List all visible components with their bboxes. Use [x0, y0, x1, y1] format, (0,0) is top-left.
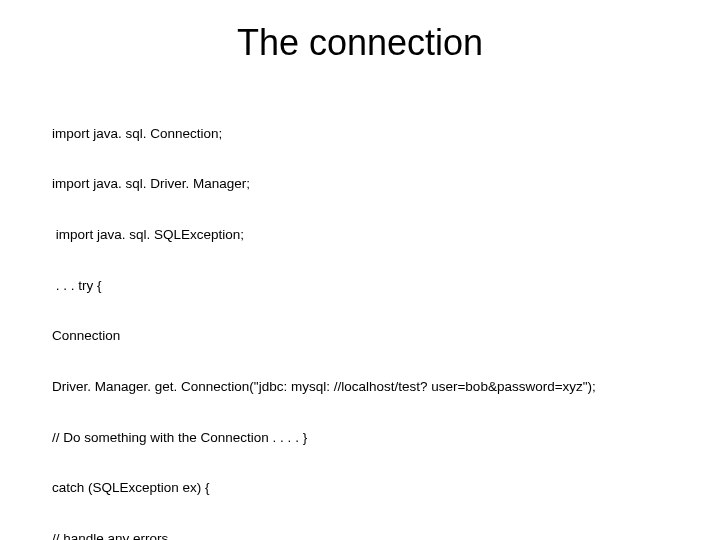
code-line: catch (SQLException ex) {: [52, 480, 668, 497]
code-line: // handle any errors: [52, 531, 668, 540]
code-line: Connection: [52, 328, 668, 345]
code-line: import java. sql. Driver. Manager;: [52, 176, 668, 193]
code-line: Driver. Manager. get. Connection("jdbc: …: [52, 379, 668, 396]
code-line: // Do something with the Connection . . …: [52, 430, 668, 447]
code-line: import java. sql. SQLException;: [52, 227, 668, 244]
code-block: import java. sql. Connection; import jav…: [52, 92, 668, 540]
slide-title: The connection: [52, 22, 668, 64]
code-line: . . . try {: [52, 278, 668, 295]
code-line: import java. sql. Connection;: [52, 126, 668, 143]
